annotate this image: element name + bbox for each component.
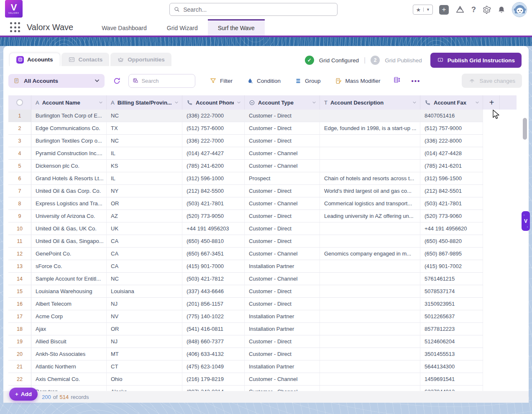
vertical-scrollbar[interactable]: [523, 118, 527, 140]
row-number[interactable]: 9: [8, 210, 31, 222]
cell-account-fax[interactable]: (650) 867-9895: [420, 248, 483, 260]
valorx-side-tab[interactable]: V: [522, 211, 530, 231]
cell-billing-state-provin[interactable]: NV: [107, 310, 182, 322]
select-all-checkbox[interactable]: [8, 95, 31, 110]
save-changes-button[interactable]: Save changes: [462, 74, 522, 88]
cell-billing-state-provin[interactable]: CT: [107, 360, 182, 373]
nav-tab-grid-wizard[interactable]: Grid Wizard: [157, 19, 208, 36]
cell-account-type[interactable]: Customer - Channel: [245, 197, 320, 210]
cell-account-type[interactable]: Customer - Direct: [245, 135, 320, 147]
publish-grid-instructions-button[interactable]: Publish Grid Instructions: [430, 53, 522, 68]
filter-button[interactable]: Filter: [210, 77, 233, 84]
gear-icon[interactable]: [482, 5, 491, 14]
cell-account-phone[interactable]: (541) 416-0811: [182, 323, 245, 335]
favorites-control[interactable]: ★ ▼: [413, 5, 433, 15]
cell-account-phone[interactable]: (848) 660-7377: [182, 335, 245, 348]
cell-account-type[interactable]: Customer - Direct: [245, 235, 320, 247]
row-number[interactable]: 1: [8, 110, 31, 122]
cell-account-name[interactable]: Barrytron: [31, 386, 107, 391]
row-number[interactable]: 22: [8, 373, 31, 385]
cell-account-fax[interactable]: 5644134300: [420, 360, 483, 373]
row-height-icon[interactable]: [393, 76, 401, 85]
cell-account-fax[interactable]: (650) 450-8820: [420, 235, 483, 247]
cell-account-phone[interactable]: (212) 842-5500: [182, 185, 245, 197]
refresh-icon[interactable]: [113, 77, 121, 85]
cell-billing-state-provin[interactable]: CA: [107, 260, 182, 272]
cell-account-description[interactable]: [320, 323, 420, 335]
cell-account-name[interactable]: United Oil & Gas, Singapo...: [31, 235, 107, 247]
cell-account-type[interactable]: Customer - Direct: [245, 122, 320, 134]
cell-account-name[interactable]: Ajax: [31, 323, 107, 335]
cell-account-type[interactable]: Customer - Direct: [245, 185, 320, 197]
global-search-input[interactable]: [183, 6, 333, 13]
column-header-account-description[interactable]: TAccount Description: [320, 95, 420, 110]
cell-account-type[interactable]: Customer - Direct: [245, 110, 320, 122]
cell-account-name[interactable]: Allied Biscuit: [31, 335, 107, 348]
row-number[interactable]: 12: [8, 248, 31, 260]
cell-account-fax[interactable]: (520) 773-9060: [420, 210, 483, 222]
more-options-button[interactable]: •••: [412, 77, 421, 84]
cell-account-type[interactable]: Prospect: [245, 172, 320, 184]
cell-account-phone[interactable]: (785) 241-6200: [182, 160, 245, 172]
row-number[interactable]: 14: [8, 273, 31, 285]
row-number[interactable]: 16: [8, 298, 31, 310]
cell-account-description[interactable]: Commerical logistics and transport...: [320, 197, 420, 210]
add-column-button[interactable]: +: [483, 95, 500, 110]
row-number[interactable]: 3: [8, 135, 31, 147]
cell-account-description[interactable]: [320, 373, 420, 385]
nav-tab-wave-dashboard[interactable]: Wave Dashboard: [92, 19, 157, 36]
cell-account-fax[interactable]: 3501455513: [420, 348, 483, 360]
help-icon[interactable]: ?: [471, 5, 476, 14]
cell-account-fax[interactable]: 5078537174: [420, 285, 483, 297]
cell-account-fax[interactable]: 1459691541: [420, 373, 483, 385]
condition-button[interactable]: Condition: [247, 77, 281, 84]
cell-account-name[interactable]: Grand Hotels & Resorts Lt...: [31, 172, 107, 184]
tab-contacts[interactable]: Contacts: [61, 53, 110, 66]
cell-account-description[interactable]: [320, 160, 420, 172]
cell-account-fax[interactable]: 5124606204: [420, 335, 483, 348]
cell-account-type[interactable]: Customer - Direct: [245, 335, 320, 348]
row-number[interactable]: 5: [8, 160, 31, 172]
cell-account-name[interactable]: Ankh-Sto Associates: [31, 348, 107, 360]
tab-opportunities[interactable]: Opportunities: [110, 53, 171, 66]
cell-account-description[interactable]: [320, 360, 420, 373]
cell-account-name[interactable]: Pyramid Construction Inc....: [31, 147, 107, 159]
cell-account-fax[interactable]: (014) 427-4428: [420, 147, 483, 159]
cell-account-name[interactable]: Atlantic Northern: [31, 360, 107, 373]
cell-billing-state-provin[interactable]: NY: [107, 185, 182, 197]
cell-account-type[interactable]: Customer - Direct: [245, 348, 320, 360]
cell-account-name[interactable]: University of Arizona Co.: [31, 210, 107, 222]
app-launcher-icon[interactable]: [10, 22, 21, 33]
cell-account-fax[interactable]: 5012265637: [420, 310, 483, 322]
cell-account-phone[interactable]: (312) 596-1000: [182, 172, 245, 184]
cell-account-phone[interactable]: (415) 901-7000: [182, 260, 245, 272]
cell-account-type[interactable]: Installation Partner: [245, 323, 320, 335]
cell-account-name[interactable]: Sample Account for Entitl...: [31, 273, 107, 285]
cell-account-phone[interactable]: (337) 443-6646: [182, 285, 245, 297]
cell-billing-state-provin[interactable]: NC: [107, 110, 182, 122]
cell-billing-state-provin[interactable]: CA: [107, 235, 182, 247]
cell-account-fax[interactable]: +44 191 4956620: [420, 222, 483, 235]
cell-account-phone[interactable]: (336) 222-7000: [182, 135, 245, 147]
cell-billing-state-provin[interactable]: NC: [107, 273, 182, 285]
cell-billing-state-provin[interactable]: IL: [107, 147, 182, 159]
cell-account-phone[interactable]: (014) 427-4427: [182, 147, 245, 159]
cell-account-description[interactable]: Leading university in AZ offering un...: [320, 210, 420, 222]
cell-account-phone[interactable]: (336) 222-7000: [182, 110, 245, 122]
cell-account-name[interactable]: Acme Corp: [31, 310, 107, 322]
row-number[interactable]: 15: [8, 285, 31, 297]
view-selector[interactable]: All Accounts: [8, 74, 105, 88]
cell-account-name[interactable]: United Oil & Gas Corp. Co.: [31, 185, 107, 197]
row-number[interactable]: 10: [8, 222, 31, 235]
cell-billing-state-provin[interactable]: AZ: [107, 210, 182, 222]
column-header-account-fax[interactable]: Account Fax: [420, 95, 483, 110]
cell-account-fax[interactable]: (212) 842-5501: [420, 185, 483, 197]
cell-billing-state-provin[interactable]: Alaska: [107, 386, 182, 391]
row-number[interactable]: 19: [8, 335, 31, 348]
favorite-star-icon[interactable]: ★: [413, 7, 423, 13]
row-number[interactable]: 8: [8, 197, 31, 210]
cell-account-type[interactable]: Customer - Channel: [245, 386, 320, 391]
cell-account-description[interactable]: [320, 335, 420, 348]
cell-account-description[interactable]: World's third largest oil and gas co...: [320, 185, 420, 197]
cell-account-description[interactable]: [320, 310, 420, 322]
